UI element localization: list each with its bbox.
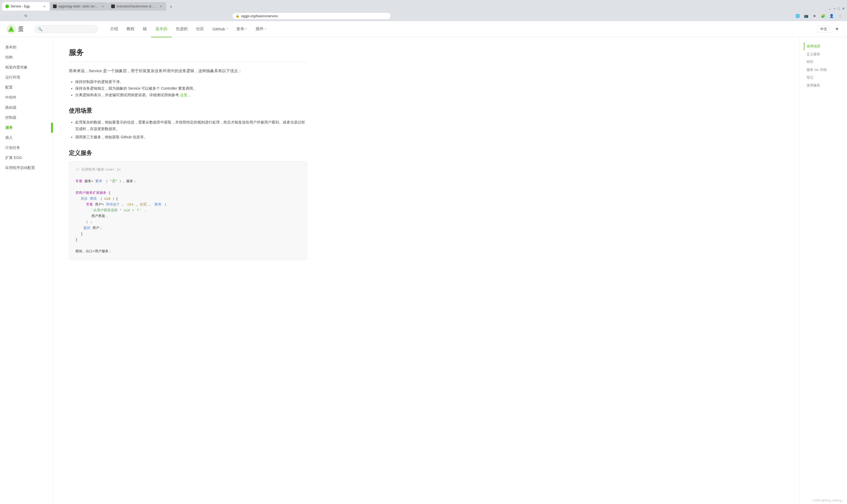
code-line-7: 用户界面， [75,213,300,219]
svg-point-3 [10,28,13,31]
watermark: CSDN @Ding_Jielong... [813,499,844,502]
intro-bullet-1: 保持控制器中的逻辑更干净。 [75,78,307,85]
translate-icon[interactable]: 🌐 [794,12,801,20]
tab-list-icon[interactable]: ⌄ [828,6,831,11]
code-line-3: 类用户服务扩展服务 { [75,190,300,196]
nav-link-core[interactable]: 核 [139,21,151,37]
close-window-icon[interactable]: ✕ [842,6,845,11]
sidebar-item-structure[interactable]: 结构 [0,52,53,62]
toc-item-use-service[interactable]: 使用服务 [804,82,843,89]
code-line-8: ）； [75,219,300,225]
address-bar: ← → ↻ 🔒 eggjs.org/basics/service 🌐 📺 ★ 🧩… [0,11,847,21]
nav-link-community[interactable]: 社区 [192,21,208,37]
sidebar-item-extend-egg[interactable]: 扩展 EGG [0,153,53,163]
nav-right: 中文 ☀ [817,25,841,33]
search-bar[interactable]: 🔍 [34,25,98,33]
reload-button[interactable]: ↻ [22,12,30,20]
logo-icon [6,24,16,34]
forward-button[interactable]: → [13,12,20,20]
release-external-icon: ↗ [245,27,247,31]
logo[interactable]: 蛋 [6,24,24,34]
use-case-bullet-2: 调用第三方服务，例如获取 Github 信息等。 [75,134,307,140]
sidebar-item-service[interactable]: 服务 [0,123,53,133]
code-line-5: 常量 用户= 等待这个 。 ctx _ 分贝 。 查询 （ [75,202,300,208]
code-line-6: '从用户那里选择 * uid = ？' ， [75,208,300,213]
profile-icon[interactable]: 👤 [828,12,835,20]
tab-close-1[interactable]: ✕ [42,4,47,8]
code-line-blank-1 [75,173,300,179]
nav-link-tutorial[interactable]: 教程 [122,21,139,37]
content-inner: 服务 简单来说，Service 是一个抽象层，用于封装复杂业务环境中的业务逻辑，… [69,48,307,260]
tab-controls: ⌄ ─ □ ✕ [828,6,845,11]
browser-chrome: Service - Egg ✕ eggjs/egg-static: static… [0,0,847,21]
toc-item-properties[interactable]: 特性 [804,58,843,66]
intro-link[interactable]: 这里 [180,93,187,97]
code-line-11: } [75,237,300,243]
back-button[interactable]: ← [3,12,11,20]
use-scenario-title: 使用场景 [69,107,307,115]
language-button[interactable]: 中文 [817,25,830,33]
intro-text: 简单来说，Service 是一个抽象层，用于封装复杂业务环境中的业务逻辑，这种抽… [69,68,307,74]
toc-item-service-ctx[interactable]: 服务 ctx 详细 [804,66,843,74]
page-title: 服务 [69,48,307,62]
code-line-blank-3 [75,243,300,249]
nav-link-advanced[interactable]: 先进的 [172,21,192,37]
top-nav: 蛋 🔍 介绍 教程 核 基本的 先进的 社区 [0,21,847,37]
url-text: eggjs.org/basics/service [241,14,278,18]
code-line-9: 返回 用户； [75,225,300,231]
nav-link-github[interactable]: GitHub ↗ [208,21,232,37]
tab-favicon-3 [111,4,115,8]
new-tab-button[interactable]: + [167,3,175,11]
intro-bullet-list: 保持控制器中的逻辑更干净。 保持业务逻辑独立，因为抽象的 Service 可以被… [75,78,307,98]
sidebar-item-schedule[interactable]: 计划任务 [0,143,53,153]
tab-favicon-1 [5,4,9,8]
cast-icon[interactable]: 📺 [802,12,810,20]
code-line-10: } [75,231,300,237]
tab-2[interactable]: eggjs/egg-static: static server ✕ [50,2,108,11]
tab-close-2[interactable]: ✕ [101,4,105,8]
nav-links: 介绍 教程 核 基本的 先进的 社区 GitHub ↗ 发布 [106,21,271,37]
minimize-icon[interactable]: ─ [833,6,836,11]
toc-item-notes[interactable]: 笔记 [804,73,843,82]
menu-icon[interactable]: ⋮ [836,12,844,20]
nav-link-release[interactable]: 发布 ↗ [232,21,252,37]
tab-title-1: Service - Egg [11,4,41,8]
url-bar[interactable]: 🔒 eggjs.org/basics/service [232,13,391,20]
code-line-12: 模块。出口=用户服务； [75,249,300,254]
sidebar: 基本的 结构 框架内置对象 运行环境 配置 中间件 路由器 控制器 [0,37,53,504]
sidebar-active-indicator [51,123,52,133]
tab-active[interactable]: Service - Egg ✕ [2,2,50,11]
toolbar-right: 🌐 📺 ★ 🧩 👤 ⋮ [794,12,844,20]
search-input[interactable] [44,27,94,31]
sidebar-item-controller[interactable]: 控制器 [0,113,53,123]
sidebar-item-app-startup[interactable]: 应用程序启动配置 [0,163,53,173]
tab-close-3[interactable]: ✕ [159,4,163,8]
search-icon: 🔍 [38,27,42,31]
toc-item-define-service[interactable]: 定义服务 [804,50,843,58]
toc: 使用场景 定义服务 特性 服务 ctx 详细 笔记 使用服务 [799,37,847,504]
sidebar-item-basic[interactable]: 基本的 [0,42,53,52]
nav-link-plugin[interactable]: 插件 ↗ [252,21,271,37]
maximize-icon[interactable]: □ [838,6,840,11]
plugin-external-icon: ↗ [264,27,266,31]
sidebar-item-plugin[interactable]: 插入 [0,133,53,143]
tab-3[interactable]: examples/hackernews at mast... ✕ [108,2,166,11]
code-line-1: // 应用程序/服务/user.js [75,167,300,173]
use-case-list: 处理复杂的数据，例如要显示的信息，需要从数据库中获取，并按照特定的规则进行处理，… [75,119,307,141]
github-external-icon: ↗ [225,27,228,31]
sidebar-item-runtime-env[interactable]: 运行环境 [0,72,53,83]
define-service-title: 定义服务 [69,149,307,157]
nav-link-intro[interactable]: 介绍 [106,21,122,37]
main-layout: 基本的 结构 框架内置对象 运行环境 配置 中间件 路由器 控制器 [0,37,847,504]
sidebar-item-router[interactable]: 路由器 [0,103,53,113]
extensions-icon[interactable]: 🧩 [819,12,827,20]
nav-link-basic[interactable]: 基本的 [151,21,172,37]
code-line-4: 异步 查找 （ uid ）{ [75,196,300,202]
sidebar-item-config[interactable]: 配置 [0,83,53,93]
intro-bullet-3: 分离逻辑和表示，并使编写测试用例更容易。详细测试用例参考 这里 。 [75,92,307,98]
sidebar-item-middleware[interactable]: 中间件 [0,93,53,103]
toc-item-use-scenario[interactable]: 使用场景 [804,42,843,50]
sidebar-item-framework-object[interactable]: 框架内置对象 [0,62,53,72]
theme-toggle-button[interactable]: ☀ [833,25,841,33]
bookmark-icon[interactable]: ★ [811,12,818,20]
